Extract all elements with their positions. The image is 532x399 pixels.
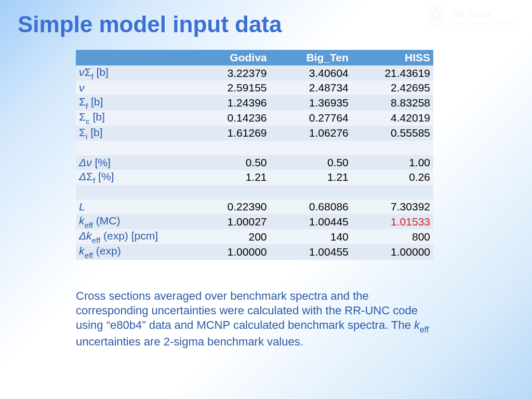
table-row: Σc [b]0.142360.277644.42019 [76,110,433,125]
row-label: keff (MC) [76,214,188,229]
row-value: 3.40604 [270,65,352,81]
table-row [76,141,433,155]
caption-text: Cross sections averaged over benchmark s… [76,289,440,349]
row-label: ΔΣf [%] [76,170,188,185]
table-row: Δkeff (exp) [pcm]200140800 [76,229,433,244]
row-value: 2.59155 [188,81,270,95]
row-value: 1.06276 [270,126,352,141]
row-label: keff (exp) [76,244,188,259]
table-row: keff (MC)1.000271.004451.01533 [76,214,433,229]
row-label: Σc [b] [76,110,188,125]
row-label [76,185,188,200]
row-value: 8.83258 [352,95,433,110]
row-value: 1.00000 [352,244,433,259]
table-row: L0.223900.680867.30392 [76,200,433,214]
row-value: 0.22390 [188,200,270,214]
iaea-logo-icon: IAEA [424,5,447,28]
row-label: νΣf [b] [76,65,188,81]
table-row: Σi [b]1.612691.062760.55585 [76,126,433,141]
row-value: 4.42019 [352,110,433,125]
row-value: 1.24396 [188,95,270,110]
header-godiva: Godiva [188,50,270,65]
row-value: 140 [270,229,352,244]
table-row [76,185,433,200]
row-value: 0.55585 [352,126,433,141]
row-value: 3.22379 [188,65,270,81]
table-row: keff (exp)1.000001.004551.00000 [76,244,433,259]
row-value: 0.26 [352,170,433,185]
row-value: 2.42695 [352,81,433,95]
row-value: 1.21 [270,170,352,185]
row-value: 0.27764 [270,110,352,125]
row-label: Σi [b] [76,126,188,141]
row-value [188,185,270,200]
row-value [352,141,433,155]
row-value: 0.14236 [188,110,270,125]
table-row: νΣf [b]3.223793.4060421.43619 [76,65,433,81]
row-value: 800 [352,229,433,244]
data-table-wrap: Godiva Big_Ten HISS νΣf [b]3.223793.4060… [76,50,433,260]
row-label: L [76,200,188,214]
table-row: Δν [%]0.500.501.00 [76,155,433,170]
logo-text-group: 60 Years Atoms for Peace and Development [453,7,517,26]
row-value: 2.48734 [270,81,352,95]
row-value: 21.43619 [352,65,433,81]
row-value: 1.01533 [352,214,433,229]
table-row: ν2.591552.487342.42695 [76,81,433,95]
table-header-row: Godiva Big_Ten HISS [76,50,433,65]
row-value: 1.00 [352,155,433,170]
row-value: 1.00000 [188,244,270,259]
iaea-text: IAEA [428,22,444,27]
row-value [188,141,270,155]
row-value [270,141,352,155]
row-label: Δkeff (exp) [pcm] [76,229,188,244]
logo-block: IAEA 60 Years Atoms for Peace and Develo… [424,5,517,28]
row-value: 0.50 [188,155,270,170]
row-value: 1.00027 [188,214,270,229]
logo-years: 60 Years [453,7,517,21]
row-value: 200 [188,229,270,244]
page-title: Simple model input data [18,11,282,37]
row-value: 0.68086 [270,200,352,214]
row-label: Δν [%] [76,155,188,170]
header-hiss: HISS [352,50,433,65]
row-value [352,185,433,200]
row-label: Σf [b] [76,95,188,110]
row-value: 1.36935 [270,95,352,110]
row-value: 1.21 [188,170,270,185]
row-value: 7.30392 [352,200,433,214]
row-value [270,185,352,200]
header-big-ten: Big_Ten [270,50,352,65]
row-label [76,141,188,155]
row-value: 1.00445 [270,214,352,229]
header-blank [76,50,188,65]
row-value: 0.50 [270,155,352,170]
table-row: Σf [b]1.243961.369358.83258 [76,95,433,110]
row-value: 1.00455 [270,244,352,259]
svg-point-3 [435,12,437,15]
table-row: ΔΣf [%]1.211.210.26 [76,170,433,185]
data-table: Godiva Big_Ten HISS νΣf [b]3.223793.4060… [76,50,433,260]
logo-tagline: Atoms for Peace and Development [453,21,517,26]
row-label: ν [76,81,188,95]
row-value: 1.61269 [188,126,270,141]
